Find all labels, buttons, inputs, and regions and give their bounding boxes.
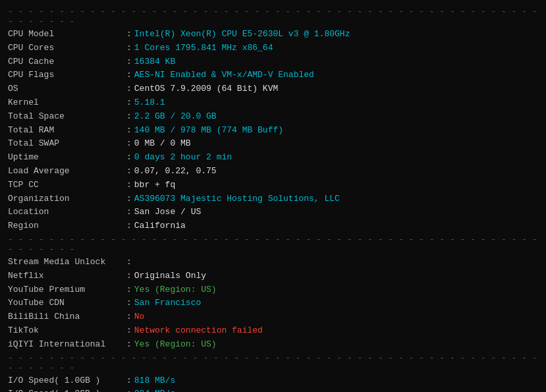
system-info-section: CPU Model : Intel(R) Xeon(R) CPU E5-2630… [8, 28, 538, 233]
row-colon: : [126, 55, 132, 69]
row-value: Yes (Region: US) [134, 283, 217, 297]
table-row: Organization : AS396073 Majestic Hosting… [8, 192, 538, 206]
table-row: Region : California [8, 219, 538, 233]
row-label: I/O Speed( 1.0GB ) [8, 374, 126, 388]
row-label: Region [8, 219, 126, 233]
row-colon: : [126, 324, 132, 338]
row-value: Network connection failed [134, 324, 263, 338]
row-colon: : [126, 151, 132, 165]
row-value: AS396073 Majestic Hosting Solutions, LLC [134, 192, 340, 206]
table-row: Total Space : 2.2 GB / 20.0 GB [8, 110, 538, 124]
row-colon: : [126, 137, 132, 151]
table-row: CPU Cache : 16384 KB [8, 55, 538, 69]
table-row: Location : San Jose / US [8, 206, 538, 219]
table-row: I/O Speed( 1.0GB ) : 818 MB/s [8, 374, 538, 388]
row-label: OS [8, 82, 126, 96]
row-value: San Francisco [134, 296, 201, 310]
row-label: Location [8, 206, 126, 219]
table-row: CPU Flags : AES-NI Enabled & VM-x/AMD-V … [8, 69, 538, 82]
table-row: Kernel : 5.18.1 [8, 96, 538, 110]
stream-media-section: Netflix : Originals OnlyYouTube Premium … [8, 269, 538, 352]
row-label: Kernel [8, 96, 126, 110]
row-label: CPU Model [8, 28, 126, 42]
row-colon: : [126, 269, 132, 283]
row-label: CPU Flags [8, 69, 126, 82]
row-colon: : [126, 28, 132, 42]
row-label: iQIYI International [8, 338, 126, 352]
row-value: 5.18.1 [134, 96, 165, 110]
table-row: BiliBili China : No [8, 310, 538, 324]
row-label: Uptime [8, 151, 126, 165]
row-label: Total Space [8, 110, 126, 124]
row-label: Total SWAP [8, 137, 126, 151]
table-row: YouTube Premium : Yes (Region: US) [8, 283, 538, 297]
row-value: Intel(R) Xeon(R) CPU E5-2630L v3 @ 1.80G… [134, 28, 350, 42]
table-row: OS : CentOS 7.9.2009 (64 Bit) KVM [8, 82, 538, 96]
row-colon: : [126, 96, 132, 110]
row-value: 0 days 2 hour 2 min [134, 151, 232, 165]
table-row: Total RAM : 140 MB / 978 MB (774 MB Buff… [8, 124, 538, 138]
row-colon: : [126, 374, 132, 388]
row-colon: : [126, 110, 132, 124]
row-value: 0.07, 0.22, 0.75 [134, 165, 217, 179]
row-label: Load Average [8, 165, 126, 179]
divider-mid2: - - - - - - - - - - - - - - - - - - - - … [8, 353, 538, 373]
row-label: CPU Cache [8, 55, 126, 69]
row-value: San Jose / US [134, 206, 201, 219]
table-row: iQIYI International : Yes (Region: US) [8, 338, 538, 352]
row-label: Netflix [8, 269, 126, 283]
row-colon: : [126, 42, 132, 55]
row-value: 0 MB / 0 MB [134, 137, 191, 151]
row-label: CPU Cores [8, 42, 126, 55]
row-label: YouTube CDN [8, 296, 126, 310]
row-colon: : [126, 296, 132, 310]
row-colon: : [126, 124, 132, 138]
table-row: CPU Cores : 1 Cores 1795.841 MHz x86_64 [8, 42, 538, 55]
table-row: Total SWAP : 0 MB / 0 MB [8, 137, 538, 151]
row-colon: : [126, 165, 132, 179]
row-colon: : [126, 338, 132, 352]
row-label: Total RAM [8, 124, 126, 138]
table-row: Load Average : 0.07, 0.22, 0.75 [8, 165, 538, 179]
table-row: TCP CC : bbr + fq [8, 179, 538, 192]
stream-header-colon: : [126, 256, 132, 269]
stream-header-row: Stream Media Unlock : [8, 256, 538, 269]
row-colon: : [126, 82, 132, 96]
row-value: 16384 KB [134, 55, 175, 69]
row-label: TikTok [8, 324, 126, 338]
row-value: Originals Only [134, 269, 206, 283]
row-label: BiliBili China [8, 310, 126, 324]
row-colon: : [126, 283, 132, 297]
row-value: 2.2 GB / 20.0 GB [134, 110, 217, 124]
divider-top: - - - - - - - - - - - - - - - - - - - - … [8, 7, 538, 26]
table-row: Uptime : 0 days 2 hour 2 min [8, 151, 538, 165]
table-row: YouTube CDN : San Francisco [8, 296, 538, 310]
row-colon: : [126, 219, 132, 233]
stream-header-label: Stream Media Unlock [8, 256, 126, 269]
divider-mid1: - - - - - - - - - - - - - - - - - - - - … [8, 235, 538, 254]
table-row: CPU Model : Intel(R) Xeon(R) CPU E5-2630… [8, 28, 538, 42]
row-value: Yes (Region: US) [134, 338, 217, 352]
table-row: I/O Speed( 1.0GB ) : 904 MB/s [8, 387, 538, 392]
row-value: 140 MB / 978 MB (774 MB Buff) [134, 124, 283, 138]
row-colon: : [126, 192, 132, 206]
row-value: No [134, 310, 145, 324]
row-value: 818 MB/s [134, 374, 175, 388]
row-value: 1 Cores 1795.841 MHz x86_64 [134, 42, 273, 55]
row-value: 904 MB/s [134, 387, 175, 392]
row-value: bbr + fq [134, 179, 175, 192]
row-label: TCP CC [8, 179, 126, 192]
row-value: California [134, 219, 186, 233]
row-label: YouTube Premium [8, 283, 126, 297]
row-label: I/O Speed( 1.0GB ) [8, 387, 126, 392]
table-row: Netflix : Originals Only [8, 269, 538, 283]
io-speed-section: I/O Speed( 1.0GB ) : 818 MB/sI/O Speed( … [8, 374, 538, 392]
row-label: Organization [8, 192, 126, 206]
table-row: TikTok : Network connection failed [8, 324, 538, 338]
row-colon: : [126, 387, 132, 392]
row-colon: : [126, 310, 132, 324]
row-colon: : [126, 206, 132, 219]
row-colon: : [126, 69, 132, 82]
row-value: AES-NI Enabled & VM-x/AMD-V Enabled [134, 69, 314, 82]
row-value: CentOS 7.9.2009 (64 Bit) KVM [134, 82, 278, 96]
